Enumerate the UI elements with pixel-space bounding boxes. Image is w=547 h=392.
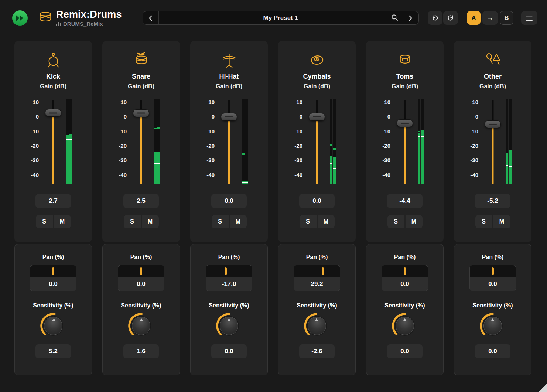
- undo-icon: [431, 14, 439, 22]
- sensitivity-knob[interactable]: [127, 310, 155, 341]
- pan-value[interactable]: 0.0: [382, 277, 428, 291]
- solo-button[interactable]: S: [212, 215, 229, 228]
- pan-control: 29.2: [294, 265, 340, 291]
- sensitivity-knob[interactable]: [39, 310, 67, 341]
- gain-fader-thumb[interactable]: [133, 109, 149, 117]
- gain-scale-label: -40: [376, 172, 390, 178]
- gain-fader[interactable]: [45, 99, 61, 185]
- pan-slider-thumb[interactable]: [404, 267, 406, 275]
- gain-value[interactable]: 2.7: [35, 194, 71, 208]
- pan-sensitivity-card: Pan (%) 0.0 Sensitivity (%) 0.0: [454, 244, 531, 375]
- level-meter-left: [506, 99, 508, 184]
- undo-button[interactable]: [428, 11, 442, 25]
- channel-name: Hi-Hat: [219, 73, 239, 81]
- gain-fader[interactable]: [397, 99, 413, 185]
- gain-fader-thumb[interactable]: [485, 120, 501, 128]
- solo-button[interactable]: S: [300, 215, 317, 228]
- sensitivity-value[interactable]: 0.0: [211, 344, 247, 358]
- sensitivity-value[interactable]: 5.2: [35, 344, 71, 358]
- gain-value[interactable]: 0.0: [211, 194, 247, 208]
- gain-value[interactable]: -5.2: [475, 194, 510, 208]
- gain-scale-label: 10: [24, 99, 39, 106]
- pan-slider-thumb[interactable]: [140, 267, 142, 275]
- level-meter-right: [421, 99, 424, 184]
- pan-sensitivity-card: Pan (%) 0.0 Sensitivity (%) 5.2: [14, 244, 92, 375]
- pan-control: 0.0: [118, 265, 164, 291]
- next-preset-button[interactable]: [403, 11, 418, 24]
- gain-fader-thumb[interactable]: [397, 119, 413, 127]
- pan-value[interactable]: 0.0: [118, 277, 164, 291]
- pan-slider[interactable]: [470, 265, 516, 277]
- gain-scale-label: -10: [464, 128, 478, 135]
- ab-b-button[interactable]: B: [500, 11, 513, 25]
- pan-slider-thumb[interactable]: [225, 267, 227, 275]
- pan-value[interactable]: 0.0: [30, 277, 76, 291]
- gain-fader-thumb[interactable]: [45, 109, 61, 117]
- gain-fader[interactable]: [485, 99, 501, 185]
- pan-slider[interactable]: [382, 265, 428, 277]
- pan-value[interactable]: 29.2: [294, 277, 340, 291]
- gain-scale-label: -40: [464, 172, 478, 178]
- gain-fader-thumb[interactable]: [309, 113, 325, 121]
- sensitivity-label: Sensitivity (%): [297, 302, 337, 309]
- sensitivity-value[interactable]: 0.0: [387, 344, 423, 358]
- gain-fader[interactable]: [133, 99, 149, 185]
- sensitivity-knob[interactable]: [303, 310, 331, 341]
- sensitivity-value[interactable]: 0.0: [475, 344, 510, 358]
- drum-logo-icon: [38, 11, 52, 25]
- pan-value[interactable]: 0.0: [470, 277, 516, 291]
- pan-slider[interactable]: [118, 265, 164, 277]
- redo-icon: [447, 14, 454, 22]
- solo-mute-group: S M: [124, 215, 159, 228]
- gain-value[interactable]: 0.0: [299, 194, 335, 208]
- pan-sensitivity-card: Pan (%) 0.0 Sensitivity (%) 0.0: [366, 244, 444, 375]
- pan-slider[interactable]: [294, 265, 340, 277]
- mute-button[interactable]: M: [406, 215, 423, 228]
- gain-fader-thumb[interactable]: [221, 113, 237, 121]
- level-meter-left: [242, 99, 245, 184]
- gain-scale-label: 10: [112, 99, 127, 106]
- solo-button[interactable]: S: [36, 215, 53, 228]
- sensitivity-value[interactable]: 1.6: [123, 344, 159, 358]
- pan-slider-thumb[interactable]: [52, 267, 54, 275]
- playback-button[interactable]: [12, 10, 28, 26]
- gain-scale-label: -30: [464, 157, 478, 164]
- mute-button[interactable]: M: [318, 215, 335, 228]
- pan-value[interactable]: -17.0: [206, 277, 252, 291]
- pan-slider-thumb[interactable]: [322, 267, 324, 275]
- resize-grip[interactable]: [539, 384, 547, 392]
- prev-preset-button[interactable]: [143, 11, 158, 24]
- pan-sensitivity-card: Pan (%) 0.0 Sensitivity (%) 1.6: [102, 244, 180, 375]
- sensitivity-value[interactable]: -2.6: [299, 344, 335, 358]
- gain-scale-label: -10: [200, 128, 215, 135]
- mute-button[interactable]: M: [493, 215, 510, 228]
- gain-scale-label: 0: [200, 113, 215, 120]
- gain-value[interactable]: 2.5: [123, 194, 159, 208]
- pan-slider-thumb[interactable]: [492, 267, 494, 275]
- preset-name[interactable]: My Preset 1: [159, 11, 403, 24]
- mute-button[interactable]: M: [54, 215, 71, 228]
- gain-fader[interactable]: [221, 99, 237, 185]
- gain-scale-label: 10: [376, 99, 390, 106]
- solo-button[interactable]: S: [124, 215, 141, 228]
- menu-button[interactable]: [521, 11, 537, 25]
- ab-copy-button[interactable]: →: [482, 11, 498, 25]
- gain-scale-label: -20: [200, 143, 215, 149]
- solo-button[interactable]: S: [387, 215, 404, 228]
- gain-fader[interactable]: [309, 99, 325, 185]
- search-preset-button[interactable]: [390, 13, 400, 24]
- sensitivity-knob[interactable]: [215, 310, 243, 341]
- pan-slider[interactable]: [206, 265, 252, 277]
- gain-value[interactable]: -4.4: [387, 194, 423, 208]
- header: Remix:Drums DRUMS_ReMix My Preset 1: [0, 0, 547, 36]
- ab-a-button[interactable]: A: [467, 11, 481, 25]
- channel-strip: Hi-Hat Gain (dB) 100-10-20-30-40 0.0 S M: [190, 41, 268, 375]
- sensitivity-knob[interactable]: [391, 310, 419, 341]
- pan-slider[interactable]: [30, 265, 76, 277]
- solo-button[interactable]: S: [475, 215, 492, 228]
- sensitivity-knob[interactable]: [479, 310, 507, 341]
- mute-button[interactable]: M: [230, 215, 247, 228]
- channel-name: Cymbals: [303, 73, 331, 81]
- redo-button[interactable]: [443, 11, 458, 25]
- mute-button[interactable]: M: [142, 215, 159, 228]
